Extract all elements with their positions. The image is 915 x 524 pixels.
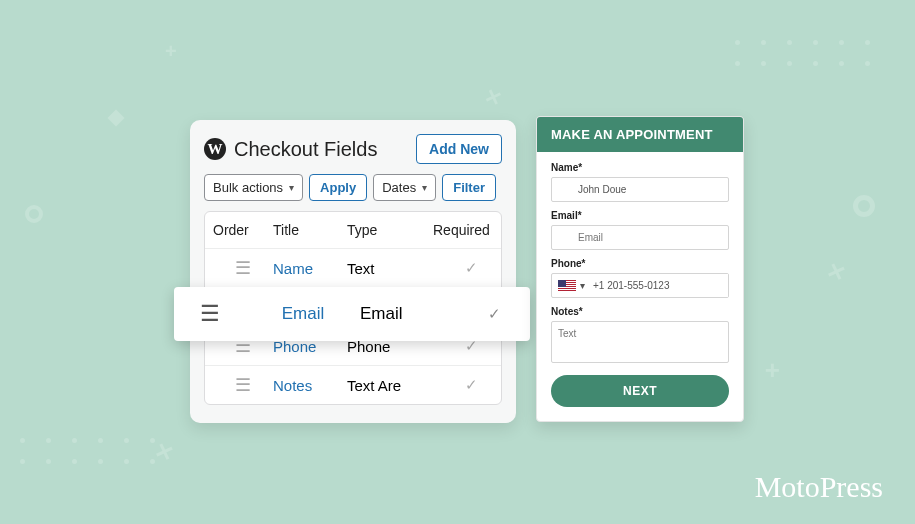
check-icon: ✓ [458, 305, 530, 323]
name-field[interactable] [551, 177, 729, 202]
decoration-x: ✕ [481, 83, 505, 111]
chevron-down-icon: ▾ [422, 182, 427, 193]
table-row[interactable]: ☰ Notes Text Are ✓ [205, 365, 501, 404]
chevron-down-icon: ▾ [289, 182, 294, 193]
decoration-square [108, 110, 125, 127]
decoration-dots [20, 438, 160, 464]
decoration-plus: + [165, 40, 177, 63]
appointment-form: MAKE AN APPOINTMENT Name* Email* Phone* [536, 116, 744, 422]
notes-label: Notes* [551, 306, 729, 317]
filter-button[interactable]: Filter [442, 174, 496, 201]
drag-handle-icon[interactable]: ☰ [174, 301, 246, 327]
form-header: MAKE AN APPOINTMENT [537, 117, 743, 152]
phone-label: Phone* [551, 258, 729, 269]
notes-field[interactable] [551, 321, 729, 363]
dates-label: Dates [382, 180, 416, 195]
decoration-circle [853, 195, 875, 217]
email-label: Email* [551, 210, 729, 221]
column-title: Title [273, 222, 347, 238]
check-icon: ✓ [433, 259, 509, 277]
column-order: Order [213, 222, 273, 238]
row-title-link[interactable]: Notes [273, 377, 347, 394]
bulk-actions-select[interactable]: Bulk actions ▾ [204, 174, 303, 201]
page-title: Checkout Fields [234, 138, 377, 161]
name-label: Name* [551, 162, 729, 173]
next-button[interactable]: NEXT [551, 375, 729, 407]
row-type: Text Are [347, 377, 433, 394]
chevron-down-icon[interactable]: ▾ [580, 280, 585, 291]
row-type: Text [347, 260, 433, 277]
admin-panel: W Checkout Fields Add New Bulk actions ▾… [190, 120, 516, 423]
row-title-link[interactable]: Name [273, 260, 347, 277]
row-title-link[interactable]: Email [246, 304, 360, 324]
bulk-actions-label: Bulk actions [213, 180, 283, 195]
drag-handle-icon[interactable]: ☰ [213, 257, 273, 279]
decoration-dots [735, 40, 875, 66]
column-type: Type [347, 222, 433, 238]
drag-handle-icon[interactable]: ☰ [213, 374, 273, 396]
brand-logo: MotoPress [755, 470, 883, 504]
table-row-highlighted[interactable]: ☰ Email Email ✓ [174, 287, 530, 341]
decoration-plus: + [765, 355, 780, 386]
apply-button[interactable]: Apply [309, 174, 367, 201]
us-flag-icon[interactable] [558, 280, 576, 292]
decoration-circle [25, 205, 43, 223]
phone-input[interactable] [589, 274, 728, 297]
check-icon: ✓ [433, 376, 509, 394]
table-row[interactable]: ☰ Name Text ✓ [205, 248, 501, 287]
phone-field[interactable]: ▾ [551, 273, 729, 298]
column-required: Required [433, 222, 509, 238]
wordpress-logo-icon: W [204, 138, 226, 160]
row-type: Email [360, 304, 458, 324]
add-new-button[interactable]: Add New [416, 134, 502, 164]
decoration-x: ✕ [823, 258, 849, 289]
dates-select[interactable]: Dates ▾ [373, 174, 436, 201]
email-field[interactable] [551, 225, 729, 250]
